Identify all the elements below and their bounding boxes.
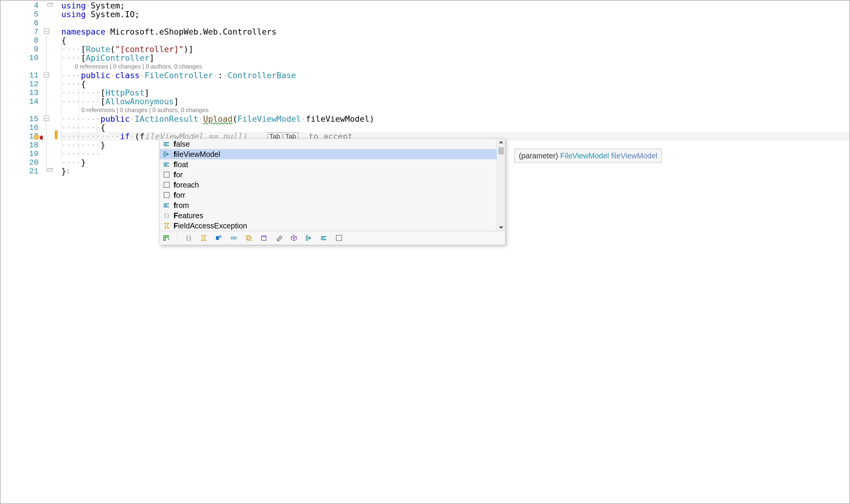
code-line[interactable]: ····[Route("[controller]")] xyxy=(60,45,849,54)
param-icon xyxy=(162,150,171,158)
intellisense-item[interactable]: FieldAccessException xyxy=(160,221,505,231)
filter-target-button[interactable]: + xyxy=(161,234,171,242)
fold-toggle-icon[interactable] xyxy=(44,29,49,34)
filter-braces-button[interactable]: {} xyxy=(184,234,193,242)
namespace-icon: {} xyxy=(162,212,171,219)
parameter-tooltip: (parameter) FileViewModel fileViewModel xyxy=(514,149,662,163)
filter-package-button[interactable] xyxy=(259,234,268,242)
svg-point-17 xyxy=(168,228,169,229)
svg-rect-27 xyxy=(216,236,219,240)
filter-cube-button[interactable] xyxy=(289,234,298,242)
intellisense-item-label: Features xyxy=(174,211,203,220)
intellisense-item[interactable]: forr xyxy=(160,190,505,200)
intellisense-item[interactable]: foreach xyxy=(160,180,505,190)
svg-rect-12 xyxy=(163,206,169,208)
fold-toggle-icon[interactable] xyxy=(44,72,49,77)
svg-rect-20 xyxy=(163,239,166,240)
svg-text:{}: {} xyxy=(186,234,191,241)
intellisense-item[interactable]: for xyxy=(160,169,505,180)
filter-param2-button[interactable] xyxy=(305,234,313,242)
svg-text:+: + xyxy=(168,237,170,241)
intellisense-filter-toolbar[interactable]: +{} xyxy=(160,231,505,245)
code-line[interactable]: using·System; xyxy=(60,1,849,10)
intellisense-item-label: for xyxy=(174,170,183,179)
code-line[interactable]: { xyxy=(60,36,849,45)
svg-rect-38 xyxy=(321,238,325,239)
svg-rect-2 xyxy=(163,145,169,146)
svg-rect-5 xyxy=(163,164,167,165)
code-area[interactable]: using·System; using·System.IO; namespace… xyxy=(60,1,849,503)
code-line[interactable]: ········[HttpPost] xyxy=(60,88,849,97)
line-number: 7 xyxy=(1,28,43,36)
svg-rect-28 xyxy=(219,235,221,238)
svg-point-15 xyxy=(168,223,169,224)
filter-snippet2-button[interactable] xyxy=(334,234,344,242)
scroll-down-icon[interactable] xyxy=(499,226,503,229)
svg-rect-10 xyxy=(163,203,169,204)
code-line[interactable]: ····{ xyxy=(60,80,849,88)
svg-point-25 xyxy=(201,240,203,241)
intellisense-item-label: from xyxy=(174,201,189,210)
intellisense-popup[interactable]: falsefileViewModelfloatforforeachforrfro… xyxy=(159,139,505,245)
codelens[interactable]: 0 references | 0 changes | 0 authors, 0 … xyxy=(60,62,849,71)
intellisense-item[interactable]: false xyxy=(160,139,505,149)
code-editor[interactable]: 456789101112131415161718192021 using·Sys… xyxy=(0,0,850,504)
codelens[interactable]: 0 references | 0 changes | 0 authors, 0 … xyxy=(60,106,849,114)
code-line[interactable]: ········[AllowAnonymous] xyxy=(60,97,849,106)
snippet-icon xyxy=(162,171,171,179)
filter-wrench-button[interactable] xyxy=(274,234,283,242)
svg-rect-18 xyxy=(163,236,166,237)
svg-rect-4 xyxy=(163,163,169,163)
scroll-up-icon[interactable] xyxy=(499,141,503,143)
line-number: 16 xyxy=(1,123,43,132)
intellisense-list[interactable]: falsefileViewModelfloatforforeachforrfro… xyxy=(160,139,505,231)
code-line[interactable]: ····public·class·FileController·:·Contro… xyxy=(60,71,849,80)
filter-link-button[interactable] xyxy=(229,234,238,242)
line-number: 9 xyxy=(1,45,43,54)
svg-rect-33 xyxy=(247,237,251,240)
fold-toggle-icon[interactable] xyxy=(44,116,49,121)
code-line[interactable]: ····[ApiController] xyxy=(60,54,849,62)
svg-text:{}: {} xyxy=(163,212,169,218)
outline-margin xyxy=(43,1,60,503)
code-line[interactable]: namespace·Microsoft.eShopWeb.Web.Control… xyxy=(60,28,849,36)
change-marker xyxy=(55,130,58,139)
intellisense-item[interactable]: float xyxy=(160,159,505,169)
outline-collapse-marker xyxy=(48,168,53,172)
svg-rect-35 xyxy=(261,236,266,237)
intellisense-item-label: FieldAccessException xyxy=(174,221,247,230)
line-number: 6 xyxy=(1,19,43,28)
svg-rect-1 xyxy=(163,144,167,145)
svg-rect-32 xyxy=(246,236,250,239)
snippet-icon xyxy=(162,181,171,189)
scroll-thumb[interactable] xyxy=(498,147,504,155)
intellisense-item-label: fileViewModel xyxy=(174,150,220,159)
svg-point-16 xyxy=(164,228,166,229)
toolbar-separator xyxy=(177,234,177,242)
line-number-gutter: 456789101112131415161718192021 xyxy=(1,1,43,503)
svg-point-23 xyxy=(201,235,203,236)
intellisense-item-label: foreach xyxy=(174,181,199,189)
line-number: 11 xyxy=(1,71,43,80)
line-number: 15 xyxy=(1,114,43,123)
filter-stack-button[interactable] xyxy=(244,234,253,242)
svg-rect-40 xyxy=(336,235,342,241)
filter-class2-button[interactable] xyxy=(199,234,208,242)
line-number: 21 xyxy=(1,167,43,176)
svg-rect-37 xyxy=(321,236,326,237)
svg-rect-36 xyxy=(306,236,307,240)
intellisense-item[interactable]: fileViewModel xyxy=(160,149,505,159)
code-line[interactable]: ········{ xyxy=(60,123,849,132)
intellisense-item[interactable]: from xyxy=(160,200,505,210)
filter-component-button[interactable] xyxy=(214,234,223,242)
line-number: 5 xyxy=(1,10,43,19)
intellisense-item[interactable]: {}Features xyxy=(160,210,505,221)
intellisense-scrollbar[interactable] xyxy=(497,139,505,231)
code-line[interactable]: using·System.IO; xyxy=(60,10,849,19)
snippet-icon xyxy=(162,191,171,199)
code-line[interactable] xyxy=(60,19,849,28)
svg-point-30 xyxy=(234,237,237,239)
code-line[interactable]: ········public·IActionResult·Upload(File… xyxy=(60,114,849,123)
filter-keyword2-button[interactable] xyxy=(319,234,328,242)
svg-rect-3 xyxy=(164,152,165,157)
